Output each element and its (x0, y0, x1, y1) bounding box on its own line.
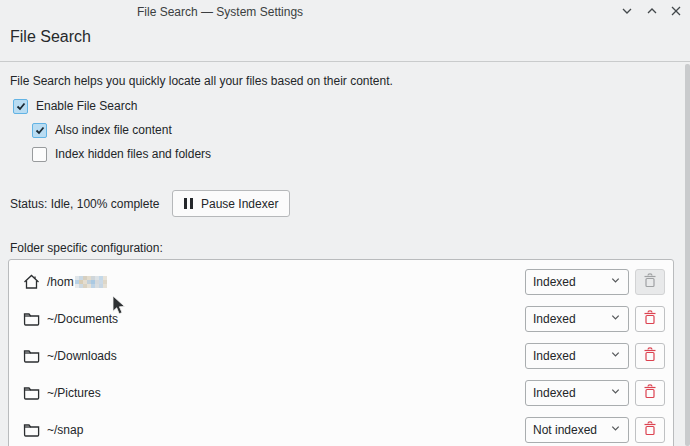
dropdown-value: Indexed (533, 312, 576, 326)
home-icon (23, 274, 40, 290)
index-status-dropdown[interactable]: Indexed (525, 306, 629, 332)
delete-folder-button (635, 269, 665, 295)
close-button[interactable] (668, 4, 684, 20)
censored-username (75, 276, 107, 288)
folder-path: ~/Downloads (47, 349, 117, 363)
chevron-down-icon (621, 5, 633, 20)
close-icon (670, 5, 682, 20)
chevron-down-icon (610, 312, 621, 326)
chevron-down-icon (610, 386, 621, 400)
folder-list: /hom Indexed ~/Documents Indexed (8, 259, 674, 446)
index-status-dropdown[interactable]: Indexed (525, 343, 629, 369)
maximize-button[interactable] (644, 4, 660, 20)
chevron-down-icon (610, 275, 621, 289)
minimize-button[interactable] (619, 4, 635, 20)
folder-row-downloads[interactable]: ~/Downloads Indexed (9, 337, 673, 374)
checkbox-unchecked-icon[interactable] (32, 147, 47, 162)
trash-icon (643, 384, 657, 402)
checkbox-index-hidden-files[interactable]: Index hidden files and folders (32, 146, 211, 162)
window-title: File Search — System Settings (137, 5, 303, 19)
index-status-dropdown[interactable]: Indexed (525, 380, 629, 406)
vertical-scrollbar[interactable] (685, 64, 690, 446)
page-title: File Search (10, 28, 91, 46)
trash-icon (643, 421, 657, 439)
indexer-status-text: Status: Idle, 100% complete (10, 197, 159, 211)
trash-icon (643, 310, 657, 328)
folder-icon (23, 422, 40, 438)
folder-icon (23, 348, 40, 364)
checkbox-label: Enable File Search (36, 99, 137, 113)
index-status-dropdown[interactable]: Indexed (525, 269, 629, 295)
dropdown-value: Not indexed (533, 423, 597, 437)
delete-folder-button[interactable] (635, 380, 665, 406)
trash-icon (643, 273, 657, 291)
checkbox-enable-file-search[interactable]: Enable File Search (13, 98, 137, 114)
folder-path: ~/Documents (47, 312, 118, 326)
pause-button-label: Pause Indexer (201, 197, 278, 211)
delete-folder-button[interactable] (635, 417, 665, 443)
dropdown-value: Indexed (533, 275, 576, 289)
checkbox-checked-icon[interactable] (13, 99, 28, 114)
delete-folder-button[interactable] (635, 306, 665, 332)
pause-indexer-button[interactable]: Pause Indexer (172, 190, 290, 217)
dropdown-value: Indexed (533, 386, 576, 400)
chevron-up-icon (646, 5, 658, 20)
pause-icon (184, 198, 193, 209)
checkbox-also-index-file-content[interactable]: Also index file content (32, 122, 172, 138)
header-divider (0, 61, 690, 62)
checkbox-label: Also index file content (55, 123, 172, 137)
folder-row-documents[interactable]: ~/Documents Indexed (9, 300, 673, 337)
checkbox-label: Index hidden files and folders (55, 147, 211, 161)
checkbox-checked-icon[interactable] (32, 123, 47, 138)
description-text: File Search helps you quickly locate all… (10, 74, 393, 88)
folder-icon (23, 311, 40, 327)
chevron-down-icon (610, 349, 621, 363)
folder-icon (23, 385, 40, 401)
system-settings-window: File Search — System Settings File Searc… (0, 0, 690, 446)
folder-path: ~/Pictures (47, 386, 101, 400)
folder-row-pictures[interactable]: ~/Pictures Indexed (9, 374, 673, 411)
folder-path: ~/snap (47, 423, 83, 437)
folder-row-snap[interactable]: ~/snap Not indexed (9, 411, 673, 446)
delete-folder-button[interactable] (635, 343, 665, 369)
dropdown-value: Indexed (533, 349, 576, 363)
index-status-dropdown[interactable]: Not indexed (525, 417, 629, 443)
trash-icon (643, 347, 657, 365)
chevron-down-icon (610, 423, 621, 437)
folder-config-label: Folder specific configuration: (10, 241, 163, 255)
folder-row-home[interactable]: /hom Indexed (9, 263, 673, 300)
folder-path: /hom (47, 275, 74, 289)
titlebar[interactable]: File Search — System Settings (0, 0, 690, 24)
